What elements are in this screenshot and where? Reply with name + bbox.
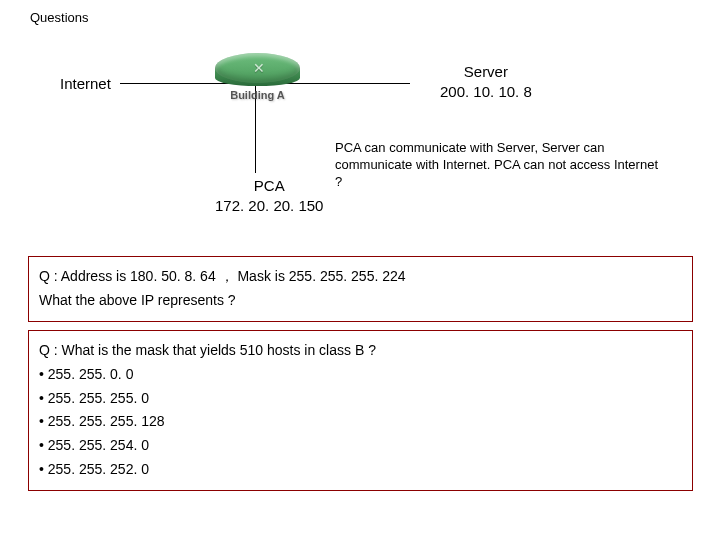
q2-option: • 255. 255. 252. 0: [39, 458, 682, 482]
question-box-2: Q : What is the mask that yields 510 hos…: [28, 330, 693, 491]
router-icon: ✕ Building A: [215, 53, 300, 108]
q2-option: • 255. 255. 255. 0: [39, 387, 682, 411]
q2-option: • 255. 255. 254. 0: [39, 434, 682, 458]
q1-line1: Q : Address is 180. 50. 8. 64 ， Mask is …: [39, 265, 682, 289]
router-label: Building A: [215, 89, 300, 101]
server-block: Server 200. 10. 10. 8: [440, 62, 532, 103]
pca-block: PCA 172. 20. 20. 150: [215, 176, 323, 215]
server-name: Server: [440, 62, 532, 82]
network-diagram: Internet ✕ Building A Server 200. 10. 10…: [60, 50, 660, 220]
q2-prompt: Q : What is the mask that yields 510 hos…: [39, 339, 682, 363]
server-ip: 200. 10. 10. 8: [440, 82, 532, 102]
pca-ip: 172. 20. 20. 150: [215, 196, 323, 216]
pca-name: PCA: [215, 176, 323, 196]
q1-line2: What the above IP represents ?: [39, 289, 682, 313]
q2-option: • 255. 255. 255. 128: [39, 410, 682, 434]
scenario-text: PCA can communicate with Server, Server …: [335, 140, 665, 191]
internet-label: Internet: [60, 75, 111, 92]
q2-option: • 255. 255. 0. 0: [39, 363, 682, 387]
page-title: Questions: [30, 10, 89, 25]
question-box-1: Q : Address is 180. 50. 8. 64 ， Mask is …: [28, 256, 693, 322]
router-arrows-icon: ✕: [215, 53, 300, 83]
